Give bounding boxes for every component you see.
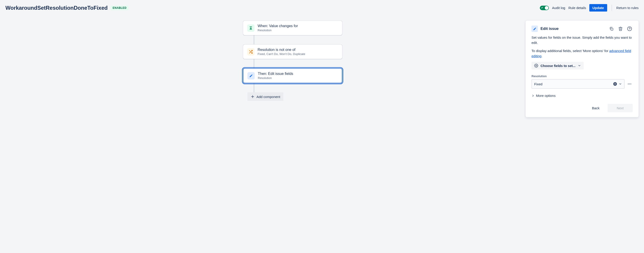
add-component-label: Add component <box>256 95 280 99</box>
return-to-rules-link[interactable]: Return to rules <box>616 6 638 10</box>
connector <box>254 35 254 44</box>
check-icon <box>541 7 543 9</box>
chevron-down-icon <box>619 82 622 86</box>
add-component-button[interactable]: Add component <box>248 92 283 101</box>
trigger-node[interactable]: When: Value changes for Resolution <box>243 21 342 35</box>
update-button[interactable]: Update <box>589 4 607 12</box>
connector <box>254 83 254 92</box>
action-title: Then: Edit issue fields <box>258 72 293 76</box>
edit-icon <box>248 72 255 79</box>
rule-enabled-toggle[interactable] <box>540 6 549 10</box>
condition-icon <box>247 48 254 56</box>
trigger-subtitle: Resolution <box>258 29 298 32</box>
condition-node[interactable]: Resolution is not one of Fixed, Can't Do… <box>243 44 342 59</box>
plus-icon <box>250 95 255 99</box>
panel-description-1: Set values for fields on the issue. Simp… <box>532 35 633 45</box>
svg-point-11 <box>536 65 537 66</box>
status-badge: ENABLED <box>111 6 128 10</box>
panel-description-2: To display additional fields, select 'Mo… <box>532 49 633 59</box>
trigger-icon <box>247 25 254 32</box>
connector <box>254 59 254 68</box>
resolution-field-label: Resolution <box>532 75 633 78</box>
chevron-right-icon <box>532 94 535 97</box>
trigger-title: When: Value changes for <box>258 24 298 28</box>
more-options-label: More options <box>536 94 556 98</box>
delete-button[interactable] <box>617 26 624 32</box>
choose-fields-button[interactable]: Choose fields to set... <box>532 62 584 70</box>
next-button[interactable]: Next <box>608 104 633 112</box>
condition-subtitle: Fixed, Can't Do, Won't Do, Duplicate <box>258 52 305 56</box>
divider <box>612 5 612 11</box>
gear-icon <box>534 64 538 68</box>
condition-title: Resolution is not one of <box>258 48 305 52</box>
choose-fields-label: Choose fields to set... <box>540 64 576 68</box>
audit-log-link[interactable]: Audit log <box>552 6 565 10</box>
svg-point-16 <box>630 84 631 84</box>
edit-icon <box>532 26 538 32</box>
toggle-knob <box>545 6 548 10</box>
svg-point-15 <box>629 84 630 84</box>
back-button[interactable]: Back <box>588 104 603 112</box>
resolution-select-value: Fixed <box>534 82 612 86</box>
clear-selection-button[interactable] <box>613 82 617 86</box>
svg-point-14 <box>628 84 629 84</box>
svg-rect-8 <box>611 28 613 30</box>
rule-details-link[interactable]: Rule details <box>568 6 586 10</box>
panel-title: Edit issue <box>540 27 558 31</box>
chevron-down-icon <box>578 64 581 67</box>
action-node[interactable]: Then: Edit issue fields Resolution <box>243 68 342 83</box>
edit-issue-panel: Edit issue Set values for fields on the … <box>526 21 638 117</box>
more-options-toggle[interactable]: More options <box>532 94 633 98</box>
field-more-actions-button[interactable] <box>626 81 633 87</box>
svg-line-5 <box>250 51 250 51</box>
help-button[interactable] <box>626 26 633 32</box>
page-title: WorkaroundSetResolutionDoneToFixed <box>6 5 108 11</box>
duplicate-button[interactable] <box>608 26 614 32</box>
action-subtitle: Resolution <box>258 76 293 80</box>
resolution-select[interactable]: Fixed <box>532 79 624 89</box>
